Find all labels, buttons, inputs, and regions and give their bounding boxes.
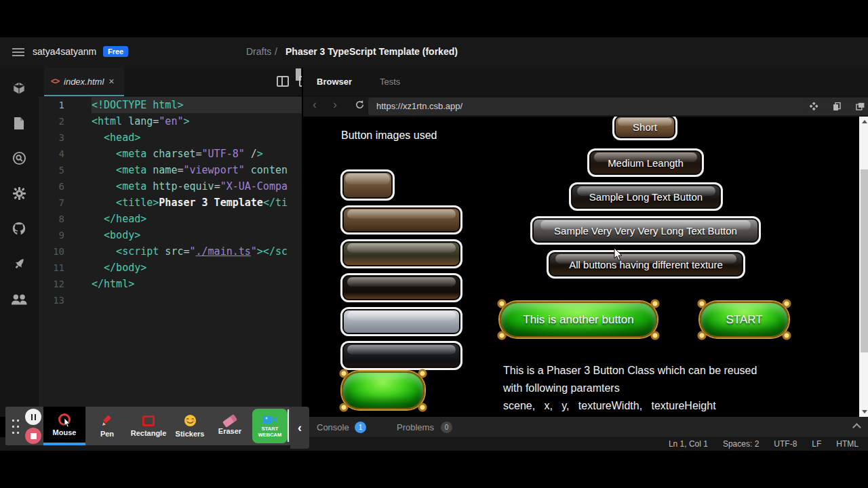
console-count-badge: 1 xyxy=(355,422,366,433)
scroll-up-icon[interactable] xyxy=(859,117,868,127)
texture-image-olive xyxy=(340,239,462,268)
eol[interactable]: LF xyxy=(812,439,821,449)
preview-heading: Button images used xyxy=(341,129,437,142)
button-very-long-text[interactable]: Sample Very Very Very Long Text Button xyxy=(530,216,761,245)
screen-recorder-toolbar: Mouse Pen Rectangle Stickers Eraser S xyxy=(5,407,290,445)
code-line[interactable]: 1<!DOCTYPE html> xyxy=(39,97,302,113)
code-line[interactable]: 8 </head> xyxy=(39,211,302,227)
button-medium-length[interactable]: Medium Leangth xyxy=(587,148,704,177)
tab-close-icon[interactable]: × xyxy=(108,76,114,87)
tool-pen[interactable]: Pen xyxy=(90,407,125,445)
indentation[interactable]: Spaces: 2 xyxy=(723,439,759,449)
screen: satya4satyanm Free Drafts / Phaser 3 Typ… xyxy=(0,0,868,488)
app-header: satya4satyanm Free Drafts / Phaser 3 Typ… xyxy=(0,37,868,68)
webcam-icon xyxy=(263,415,277,424)
tab-browser[interactable]: Browser xyxy=(317,77,352,87)
forward-icon[interactable]: › xyxy=(333,98,337,112)
stop-recording-button[interactable] xyxy=(25,428,41,444)
pause-recording-button[interactable] xyxy=(25,409,41,425)
code-line[interactable]: 5 <meta name="viewport" conten xyxy=(39,162,302,178)
settings-gear-icon[interactable] xyxy=(9,184,28,203)
open-in-new-window-icon[interactable] xyxy=(851,98,868,115)
mouse-tool-icon xyxy=(58,413,71,426)
breadcrumb-section[interactable]: Drafts xyxy=(246,46,271,57)
preview-scrollbar[interactable] xyxy=(859,117,868,417)
code-lines[interactable]: 1<!DOCTYPE html>2<html lang="en">3 <head… xyxy=(39,97,302,416)
editor-scrollbar-thumb[interactable] xyxy=(296,68,301,81)
tab-problems[interactable]: Problems xyxy=(397,422,434,432)
texture-image-brown-small xyxy=(340,169,395,201)
code-line[interactable]: 6 <meta http-equiv="X-UA-Compa xyxy=(39,178,302,195)
pen-icon xyxy=(101,415,113,427)
green-button-start[interactable]: START xyxy=(700,302,789,338)
tool-eraser[interactable]: Eraser xyxy=(212,407,248,445)
texture-image-marble xyxy=(340,307,462,336)
menu-icon[interactable] xyxy=(12,48,24,56)
tool-stickers[interactable]: Stickers xyxy=(171,407,209,445)
preview-paragraph-line: with following paramters xyxy=(503,382,620,394)
line-number: 1 xyxy=(39,97,76,113)
preview-scrollbar-thumb[interactable] xyxy=(861,169,868,352)
reload-icon[interactable] xyxy=(355,100,365,110)
username[interactable]: satya4satyanm xyxy=(33,46,96,57)
line-number: 8 xyxy=(39,211,76,227)
problems-count-badge: 0 xyxy=(441,422,452,433)
code-editor-panel: <> index.html × ▶ ··· 1<!DOCTYPE html>2<… xyxy=(39,68,302,417)
tab-console[interactable]: Console xyxy=(317,422,349,432)
copy-url-icon[interactable] xyxy=(828,98,846,115)
code-line[interactable]: 9 <body> xyxy=(39,227,302,243)
button-long-text[interactable]: Sample Long Text Button xyxy=(569,182,723,211)
gold-ornament xyxy=(339,369,427,412)
encoding[interactable]: UTF-8 xyxy=(774,439,797,449)
files-icon[interactable] xyxy=(9,114,28,133)
drag-handle-icon[interactable] xyxy=(11,418,20,435)
collapse-toolbar-button[interactable]: ‹ xyxy=(290,407,309,449)
line-number: 6 xyxy=(39,178,76,195)
code-line[interactable]: 3 <head> xyxy=(39,129,302,146)
texture-image-brown-wide xyxy=(340,205,462,235)
deploy-rocket-icon[interactable] xyxy=(9,254,28,273)
code-line[interactable]: 4 <meta charset="UTF-8" /> xyxy=(39,146,302,162)
sandbox-cube-icon[interactable] xyxy=(9,79,28,98)
language-mode[interactable]: HTML xyxy=(836,439,859,449)
code-line[interactable]: 7 <title>Phaser 3 Template</ti xyxy=(39,195,302,211)
code-line[interactable]: 11 </body> xyxy=(39,260,302,276)
devtools-bar: Console 1 Problems 0 xyxy=(302,417,868,437)
collaborators-icon[interactable] xyxy=(9,290,28,309)
tool-rectangle[interactable]: Rectangle xyxy=(127,407,170,445)
tab-tests[interactable]: Tests xyxy=(380,77,400,87)
green-button-another[interactable]: This is another button xyxy=(500,302,657,338)
code-line[interactable]: 12</html> xyxy=(39,276,302,292)
mouse-cursor xyxy=(614,248,623,262)
button-different-texture[interactable]: All buttons having different texture xyxy=(547,250,745,279)
texture-image-green-ornate xyxy=(342,371,425,409)
scroll-down-icon[interactable] xyxy=(859,407,868,417)
start-webcam-button[interactable]: START WEBCAM xyxy=(252,409,288,443)
code-line[interactable]: 2<html lang="en"> xyxy=(39,113,302,129)
split-view-icon[interactable] xyxy=(277,76,289,87)
line-number: 10 xyxy=(39,243,76,260)
texture-image-dark-brown xyxy=(340,273,462,302)
button-short[interactable]: Short xyxy=(612,117,677,140)
plan-badge: Free xyxy=(103,46,128,57)
line-number: 5 xyxy=(39,162,76,178)
url-input[interactable]: https://xz1rtn.csb.app/ xyxy=(368,98,868,115)
tool-mouse[interactable]: Mouse xyxy=(43,407,85,445)
rectangle-icon xyxy=(142,415,155,426)
editor-tabbar: <> index.html × ▶ ··· xyxy=(39,68,302,96)
line-number: 7 xyxy=(39,195,76,211)
editor-tab-index-html[interactable]: <> index.html × xyxy=(44,68,124,96)
breadcrumb-separator: / xyxy=(275,46,277,57)
back-icon[interactable]: ‹ xyxy=(313,98,317,112)
line-number: 11 xyxy=(39,260,76,276)
expand-console-icon[interactable] xyxy=(852,423,861,432)
preview-actions-icon[interactable] xyxy=(805,98,823,115)
cursor-position[interactable]: Ln 1, Col 1 xyxy=(669,439,708,449)
search-icon[interactable] xyxy=(9,148,28,167)
github-icon[interactable] xyxy=(9,219,28,238)
code-line[interactable]: 13 xyxy=(39,292,302,308)
code-line[interactable]: 10 <script src="./main.ts"></sc xyxy=(39,243,302,260)
project-title[interactable]: Phaser 3 TypeScript Template (forked) xyxy=(285,46,458,57)
texture-image-black xyxy=(340,341,462,370)
app-preview: Button images used Short Medium Leangth … xyxy=(303,117,868,417)
